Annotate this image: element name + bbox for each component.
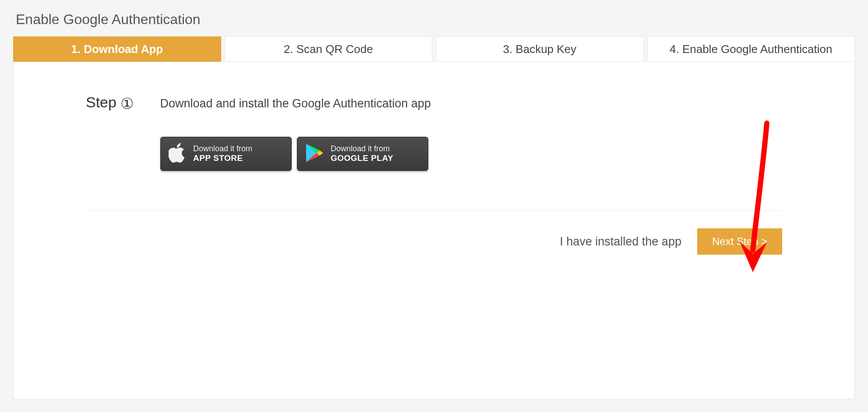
tab-enable-auth[interactable]: 4. Enable Google Authentication [647, 36, 855, 62]
google-play-line1: Download it from [331, 145, 393, 153]
app-store-button[interactable]: Download it from APP STORE [160, 137, 292, 171]
installed-text: I have installed the app [560, 235, 681, 249]
next-step-button[interactable]: Next Step > [697, 228, 782, 255]
step-panel: Step ① Download and install the Google A… [13, 62, 855, 399]
step-number-icon: ① [120, 95, 134, 112]
tab-backup-key[interactable]: 3. Backup Key [436, 36, 644, 62]
step-label: Step ① [86, 94, 134, 112]
tab-download-app[interactable]: 1. Download App [13, 36, 221, 62]
google-play-icon [305, 143, 324, 165]
tab-scan-qr[interactable]: 2. Scan QR Code [225, 36, 433, 62]
step-tabs: 1. Download App 2. Scan QR Code 3. Backu… [13, 36, 855, 62]
google-play-line2: GOOGLE PLAY [331, 153, 393, 163]
app-store-line2: APP STORE [193, 153, 252, 163]
page-title: Enable Google Authentication [16, 11, 855, 28]
apple-icon [169, 143, 186, 165]
google-play-button[interactable]: Download it from GOOGLE PLAY [297, 137, 428, 171]
step-description: Download and install the Google Authenti… [160, 92, 430, 110]
app-store-line1: Download it from [193, 145, 252, 153]
